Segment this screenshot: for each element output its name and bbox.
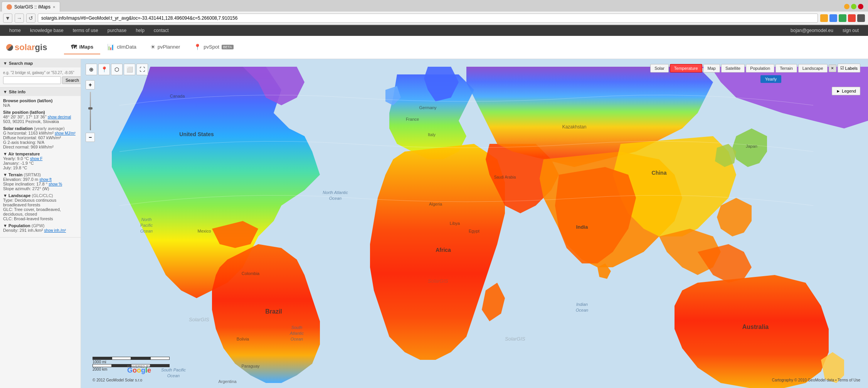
browser-tab[interactable]: SolarGIS :: iMaps × <box>2 2 60 12</box>
svg-text:Saudi Arabia: Saudi Arabia <box>494 175 516 179</box>
landscape-type-row: Type: Deciduous continuous broadleaved f… <box>3 198 77 207</box>
zoom-handle[interactable] <box>88 107 93 110</box>
tab-imaps[interactable]: 🗺 iMaps <box>64 40 100 54</box>
google-e: e <box>147 366 151 374</box>
fullscreen-tool[interactable]: ⛶ <box>136 64 148 75</box>
landscape-label: ▼ Landscape (GLC/CLC) <box>3 193 77 198</box>
ext-icon-2[interactable] <box>839 14 846 22</box>
close-btn[interactable] <box>858 4 863 9</box>
maximize-btn[interactable] <box>851 4 856 9</box>
settings-icon[interactable] <box>857 14 865 22</box>
satellite-layer-btn[interactable]: Satellite <box>721 64 745 73</box>
scale-line <box>93 357 170 360</box>
show-mj-link[interactable]: show MJ/m² <box>55 131 76 135</box>
population-layer-btn[interactable]: Population <box>746 64 774 73</box>
density-row: Density: 291 inh./km² show inh./m² <box>3 228 77 233</box>
nav-purchase[interactable]: purchase <box>103 25 131 36</box>
nav-knowledge-base[interactable]: knowledge base <box>25 25 68 36</box>
july-temp-row: July: 19.8 °C <box>3 165 77 170</box>
search-map-title: Search map <box>9 61 33 66</box>
g2axis-row: G 2-axis tracking: N/A <box>3 140 77 145</box>
labels-checkbox: ☑ <box>840 66 844 71</box>
map-container[interactable]: United States Canada Mexico Brazil Colom… <box>81 59 868 388</box>
svg-text:Libya: Libya <box>450 221 460 226</box>
polygon-tool[interactable]: ⬡ <box>111 64 123 75</box>
population-row: ▼ Population (GPW) Density: 291 inh./km²… <box>3 223 77 233</box>
google-o1: o <box>133 366 137 374</box>
sign-out-link[interactable]: sign out <box>838 25 863 36</box>
tab-pvplanner[interactable]: ☀ pvPlanner <box>143 40 187 54</box>
forward-button[interactable]: → <box>15 13 24 23</box>
temperature-layer-btn[interactable]: Temperature <box>670 64 702 73</box>
terrain-layer-btn[interactable]: Terrain <box>775 64 797 73</box>
scale-seg-km4 <box>150 364 170 367</box>
rectangle-tool[interactable]: ⬜ <box>124 64 135 75</box>
url-field[interactable] <box>38 13 818 23</box>
svg-text:Ocean: Ocean <box>329 196 341 201</box>
nav-home[interactable]: home <box>5 25 25 36</box>
slope-azimuth-row: Slope azimuth: 272° (W) <box>3 186 77 191</box>
zoom-slider[interactable] <box>90 92 91 130</box>
svg-text:Ocean: Ocean <box>140 229 153 233</box>
logo-solar: solar <box>15 42 35 52</box>
layer-close-btn[interactable]: × <box>829 64 836 72</box>
minimize-btn[interactable] <box>844 4 849 9</box>
zoom-in-button[interactable]: + <box>86 80 95 89</box>
scale-seg-dark2 <box>131 357 150 360</box>
scale-seg-light2 <box>150 357 170 360</box>
nav-user-area: bojan@geomodel.eu sign out <box>791 25 863 36</box>
refresh-button[interactable]: ↺ <box>26 13 35 23</box>
show-f-link[interactable]: show F <box>30 157 42 161</box>
search-map-header[interactable]: ▼ Search map <box>0 59 81 67</box>
pin-tool[interactable]: 📍 <box>98 64 110 75</box>
search-input[interactable] <box>3 76 61 84</box>
tab-pvspot-icon: 📍 <box>194 44 201 51</box>
show-percent-link[interactable]: show % <box>49 182 62 186</box>
compass-tool[interactable]: ⊕ <box>86 64 97 75</box>
tab-imaps-icon: 🗺 <box>71 44 77 50</box>
show-inh-m2-link[interactable]: show inh./m² <box>44 228 66 233</box>
tab-climdata-icon: 📊 <box>107 44 114 51</box>
site-info-section: ▼ Site info Browse position (lat/lon) N/… <box>0 88 81 238</box>
zoom-out-button[interactable]: − <box>86 133 95 142</box>
map-background[interactable]: United States Canada Mexico Brazil Colom… <box>81 59 868 388</box>
show-ft-link[interactable]: show ft <box>39 177 52 182</box>
diffuse-horizontal-row: Diffuse horizontal: 607 kWh/m² <box>3 135 77 140</box>
svg-text:Japan: Japan <box>746 144 757 148</box>
tab-climdata[interactable]: 📊 climData <box>100 40 143 54</box>
map-svg: United States Canada Mexico Brazil Colom… <box>81 59 868 388</box>
main-layout: ▼ Search map e.g. "2 bridge st, galway" … <box>0 59 868 388</box>
tab-close-btn[interactable]: × <box>53 5 55 9</box>
yearly-submenu[interactable]: Yearly <box>760 75 781 83</box>
legend-btn[interactable]: ► Legend <box>832 87 860 95</box>
labels-btn[interactable]: ☑ Labels <box>838 64 860 73</box>
nav-terms-of-use[interactable]: terms of use <box>68 25 103 36</box>
solar-layer-btn[interactable]: Solar <box>650 64 669 73</box>
ext-icon-3[interactable] <box>848 14 856 22</box>
site-info-header[interactable]: ▼ Site info <box>0 88 81 96</box>
svg-text:Brazil: Brazil <box>265 308 282 315</box>
back-button[interactable]: ▼ <box>3 13 12 23</box>
nav-help[interactable]: help <box>131 25 149 36</box>
search-button[interactable]: Search <box>62 76 81 84</box>
scale-label-mi: 1000 mi <box>93 360 106 364</box>
svg-text:Bolivia: Bolivia <box>237 337 249 341</box>
app-tabs: 🗺 iMaps 📊 climData ☀ pvPlanner 📍 pvSpot … <box>64 40 240 54</box>
map-layer-btn[interactable]: Map <box>703 64 720 73</box>
population-label: ▼ Population (GPW) <box>3 223 77 228</box>
search-row: Search Clear <box>3 76 77 84</box>
labels-text: Labels <box>845 66 858 71</box>
slope-inclination-row: Slope inclination: 17.8 ° show % <box>3 182 77 186</box>
tab-pvspot[interactable]: 📍 pvSpot BETA <box>187 40 240 54</box>
show-decimal-link[interactable]: show decimal <box>48 115 71 119</box>
nav-contact[interactable]: contact <box>149 25 173 36</box>
svg-text:SolarGIS: SolarGIS <box>428 278 448 284</box>
landscape-layer-btn[interactable]: Landscape <box>798 64 828 73</box>
star-icon[interactable] <box>820 14 828 22</box>
ext-icon-1[interactable] <box>829 14 837 22</box>
svg-text:Germany: Germany <box>419 105 437 110</box>
svg-text:China: China <box>652 170 667 176</box>
svg-text:Colombia: Colombia <box>242 271 260 276</box>
svg-text:Africa: Africa <box>436 247 451 253</box>
scale-labels: 1000 mi <box>93 360 170 364</box>
